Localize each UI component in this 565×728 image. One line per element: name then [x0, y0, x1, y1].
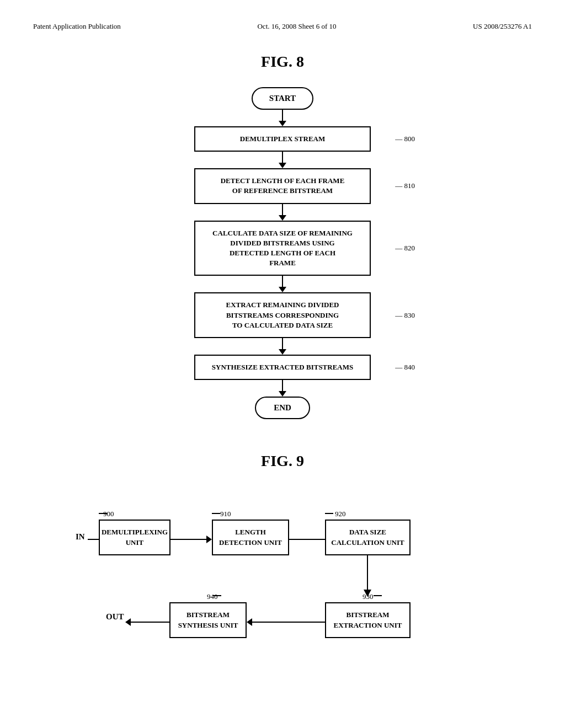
block-940-label: 940: [207, 592, 218, 601]
arrow-940-out: [125, 618, 169, 626]
tick-920: [325, 513, 333, 514]
block-940: BITSTREAMSYNTHESIS UNIT: [169, 602, 247, 638]
end-oval: END: [255, 397, 310, 419]
step-810-box: DETECT LENGTH OF EACH FRAMEOF REFERENCE …: [194, 168, 371, 204]
fig8-title: FIG. 8: [33, 53, 532, 71]
step-800-label: — 800: [395, 135, 415, 143]
header-left: Patent Application Publication: [33, 22, 121, 31]
tick-900: [99, 513, 107, 514]
arrow-1: [279, 110, 286, 126]
step-840-box: SYNTHESIZE EXTRACTED BITSTREAMS: [194, 355, 371, 380]
out-label: OUT: [106, 612, 124, 622]
step-830-label: — 830: [395, 311, 415, 320]
block-910-label: 910: [220, 510, 231, 518]
page: Patent Application Publication Oct. 16, …: [0, 0, 565, 728]
step-820-label: — 820: [395, 244, 415, 253]
tick-910: [212, 513, 220, 514]
step-810-row: DETECT LENGTH OF EACH FRAMEOF REFERENCE …: [194, 168, 371, 204]
step-820-row: CALCULATE DATA SIZE OF REMAININGDIVIDED …: [194, 221, 371, 276]
page-header: Patent Application Publication Oct. 16, …: [33, 22, 532, 31]
step-830-row: EXTRACT REMAINING DIVIDEDBITSTREAMS CORR…: [194, 292, 371, 338]
fig9-diagram: IN DEMULTIPLEXINGUNIT 900 LENGTHDETECTIO…: [76, 486, 489, 668]
arrow-900-910: [170, 536, 212, 543]
arrow-4: [279, 276, 286, 292]
step-840-row: SYNTHESIZE EXTRACTED BITSTREAMS — 840: [194, 355, 371, 380]
arrow-3: [279, 204, 286, 221]
block-920: DATA SIZECALCULATION UNIT: [325, 520, 411, 555]
step-800-box: DEMULTIPLEX STREAM: [194, 126, 371, 152]
step-820-box: CALCULATE DATA SIZE OF REMAININGDIVIDED …: [194, 221, 371, 276]
fig8-flowchart: START DEMULTIPLEX STREAM — 800 DETECT LE…: [33, 87, 532, 419]
step-830-box: EXTRACT REMAINING DIVIDEDBITSTREAMS CORR…: [194, 292, 371, 338]
block-930-label: 930: [363, 592, 374, 601]
block-920-label: 920: [335, 510, 346, 518]
step-800-row: DEMULTIPLEX STREAM — 800: [194, 126, 371, 152]
header-center: Oct. 16, 2008 Sheet 6 of 10: [257, 22, 336, 31]
block-900: DEMULTIPLEXINGUNIT: [99, 520, 170, 555]
step-840-label: — 840: [395, 363, 415, 372]
start-oval: START: [252, 87, 313, 110]
tick-940: [213, 595, 221, 596]
arrow-2: [279, 152, 286, 168]
in-label: IN: [76, 532, 85, 542]
block-900-label: 900: [103, 510, 114, 518]
arrow-930-940: [247, 618, 326, 626]
arrow-5: [279, 338, 286, 355]
header-right: US 2008/253276 A1: [473, 22, 532, 31]
fig9-title: FIG. 9: [33, 452, 532, 470]
tick-930: [374, 595, 382, 596]
step-810-label: — 810: [395, 181, 415, 190]
block-930: BITSTREAMEXTRACTION UNIT: [325, 602, 411, 638]
block-910: LENGTHDETECTION UNIT: [212, 520, 289, 555]
arrow-910-920: [289, 536, 331, 543]
arrow-6: [279, 380, 286, 397]
